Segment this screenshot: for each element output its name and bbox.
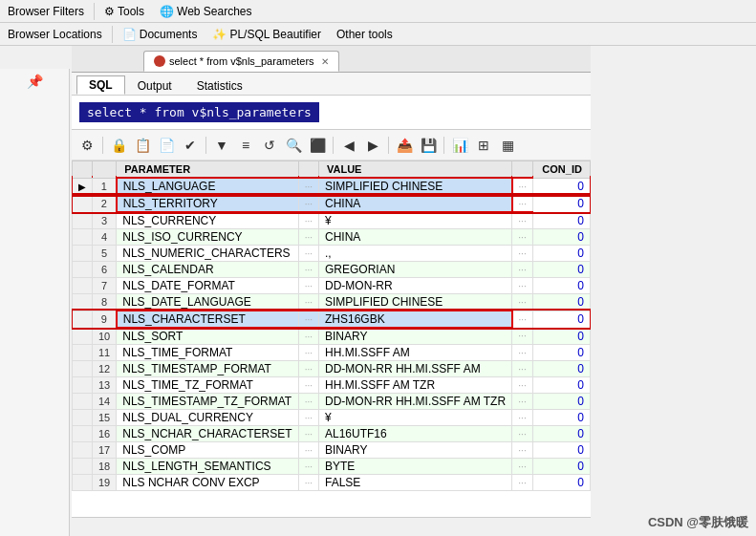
documents-icon: 📄 bbox=[122, 28, 137, 41]
col-value-header[interactable]: VALUE bbox=[318, 161, 511, 179]
value-cell: BINARY bbox=[318, 328, 511, 345]
prev-btn[interactable]: ◀ bbox=[338, 135, 359, 156]
other-tools-label: Other tools bbox=[336, 28, 393, 41]
copy-btn[interactable]: 📋 bbox=[132, 135, 153, 156]
ellipsis-cell: ··· bbox=[298, 195, 318, 212]
plsql-icon: ✨ bbox=[212, 28, 227, 41]
sort-btn[interactable]: ≡ bbox=[235, 135, 256, 156]
web-searches-label: Web Searches bbox=[177, 5, 252, 18]
col-parameter-header[interactable]: PARAMETER bbox=[117, 161, 298, 179]
table-row[interactable]: 7NLS_DATE_FORMAT···DD-MON-RR···0 bbox=[73, 278, 591, 294]
table-row[interactable]: 13NLS_TIME_TZ_FORMAT···HH.MI.SSFF AM TZR… bbox=[73, 377, 591, 394]
tab-output[interactable]: Output bbox=[125, 76, 184, 95]
tab-sql[interactable]: SQL bbox=[76, 75, 125, 95]
table-row[interactable]: 9NLS_CHARACTERSET···ZHS16GBK···0 bbox=[73, 311, 591, 328]
ellipsis-cell: ··· bbox=[298, 262, 318, 278]
ellipsis2-cell: ··· bbox=[512, 394, 533, 410]
row-arrow-cell bbox=[73, 246, 93, 262]
parameter-cell: NLS_TERRITORY bbox=[117, 195, 298, 212]
ellipsis2-cell: ··· bbox=[512, 426, 533, 442]
table-row[interactable]: 8NLS_DATE_LANGUAGE···SIMPLIFIED CHINESE·… bbox=[73, 294, 591, 311]
ellipsis-cell: ··· bbox=[298, 345, 318, 361]
query-tab[interactable]: select * from v$nls_parameters ✕ bbox=[143, 51, 339, 72]
value-cell: BINARY bbox=[318, 442, 511, 459]
table-row[interactable]: 16NLS_NCHAR_CHARACTERSET···AL16UTF16···0 bbox=[73, 426, 591, 442]
table-row[interactable]: 12NLS_TIMESTAMP_FORMAT···DD-MON-RR HH.MI… bbox=[73, 361, 591, 377]
table-row[interactable]: 15NLS_DUAL_CURRENCY···¥···0 bbox=[73, 410, 591, 426]
export-btn[interactable]: 📤 bbox=[394, 135, 415, 156]
filter-btn[interactable]: ⬛ bbox=[307, 135, 328, 156]
check-btn[interactable]: ✔ bbox=[180, 135, 201, 156]
table-row[interactable]: 4NLS_ISO_CURRENCY···CHINA···0 bbox=[73, 229, 591, 246]
tb-sep3 bbox=[333, 137, 334, 154]
ellipsis2-cell: ··· bbox=[512, 361, 533, 377]
refresh-btn[interactable]: ↺ bbox=[259, 135, 280, 156]
table-row[interactable]: 11NLS_TIME_FORMAT···HH.MI.SSFF AM···0 bbox=[73, 345, 591, 361]
con-id-cell: 0 bbox=[532, 328, 590, 345]
menu-browser-filters[interactable]: Browser Filters bbox=[0, 3, 92, 20]
menu-other-tools[interactable]: Other tools bbox=[329, 26, 400, 43]
grid-settings-btn[interactable]: ⚙ bbox=[76, 135, 97, 156]
table-row[interactable]: 19NLS NCHAR CONV EXCP···FALSE···0 bbox=[73, 475, 591, 491]
tab-bar: select * from v$nls_parameters ✕ bbox=[72, 46, 591, 73]
menu-tools[interactable]: ⚙ Tools bbox=[97, 3, 152, 20]
main-area: select * from v$nls_parameters ✕ SQL Out… bbox=[72, 46, 591, 536]
table-btn[interactable]: ▦ bbox=[497, 135, 518, 156]
ellipsis-cell: ··· bbox=[298, 311, 318, 328]
save-btn[interactable]: 💾 bbox=[418, 135, 439, 156]
tab-label: select * from v$nls_parameters bbox=[169, 55, 314, 67]
ellipsis2-cell: ··· bbox=[512, 278, 533, 294]
row-num-cell: 4 bbox=[93, 229, 117, 246]
table-row[interactable]: 5NLS_NUMERIC_CHARACTERS···.,···0 bbox=[73, 246, 591, 262]
table-row[interactable]: 6NLS_CALENDAR···GREGORIAN···0 bbox=[73, 262, 591, 278]
table-row[interactable]: ▶1NLS_LANGUAGE···SIMPLIFIED CHINESE···0 bbox=[73, 178, 591, 195]
lock-btn[interactable]: 🔒 bbox=[108, 135, 129, 156]
row-num-cell: 17 bbox=[93, 442, 117, 459]
con-id-cell: 0 bbox=[532, 459, 590, 475]
find-btn[interactable]: 🔍 bbox=[283, 135, 304, 156]
ellipsis-cell: ··· bbox=[298, 246, 318, 262]
grid-toolbar: ⚙ 🔒 📋 📄 ✔ ▼ ≡ ↺ 🔍 ⬛ ◀ ▶ 📤 💾 📊 ⊞ ▦ bbox=[72, 130, 591, 161]
row-num-cell: 2 bbox=[93, 195, 117, 212]
table-row[interactable]: 17NLS_COMP···BINARY···0 bbox=[73, 442, 591, 459]
table-row[interactable]: 10NLS_SORT···BINARY···0 bbox=[73, 328, 591, 345]
menu-sep1 bbox=[94, 3, 95, 20]
grid-view-btn[interactable]: ⊞ bbox=[473, 135, 494, 156]
sql-editor[interactable]: select * from v$nls_parameters bbox=[72, 96, 591, 130]
push-pin-icon[interactable]: 📌 bbox=[27, 74, 43, 89]
tab-close-button[interactable]: ✕ bbox=[321, 56, 329, 67]
con-id-cell: 0 bbox=[532, 262, 590, 278]
row-arrow-cell bbox=[73, 195, 93, 212]
value-cell: SIMPLIFIED CHINESE bbox=[318, 294, 511, 311]
menu-plsql-beautifier[interactable]: ✨ PL/SQL Beautifier bbox=[205, 26, 329, 43]
parameter-cell: NLS_CURRENCY bbox=[117, 212, 298, 229]
parameter-cell: NLS_COMP bbox=[117, 442, 298, 459]
menu-browser-locations[interactable]: Browser Locations bbox=[0, 26, 110, 43]
table-row[interactable]: 14NLS_TIMESTAMP_TZ_FORMAT···DD-MON-RR HH… bbox=[73, 394, 591, 410]
watermark: CSDN @零肤饿暖 bbox=[648, 514, 748, 531]
tools-label: Tools bbox=[118, 5, 144, 18]
ellipsis-cell: ··· bbox=[298, 229, 318, 246]
col-conid-header[interactable]: CON_ID bbox=[532, 161, 590, 179]
menu-documents[interactable]: 📄 Documents bbox=[115, 26, 205, 43]
results-table: PARAMETER VALUE CON_ID ▶1NLS_LANGUAGE···… bbox=[72, 161, 591, 491]
ellipsis2-cell: ··· bbox=[512, 262, 533, 278]
down-btn[interactable]: ▼ bbox=[211, 135, 232, 156]
table-row[interactable]: 2NLS_TERRITORY···CHINA···0 bbox=[73, 195, 591, 212]
tab-statistics[interactable]: Statistics bbox=[184, 76, 255, 95]
next-btn[interactable]: ▶ bbox=[362, 135, 383, 156]
data-grid[interactable]: PARAMETER VALUE CON_ID ▶1NLS_LANGUAGE···… bbox=[72, 161, 591, 517]
ellipsis2-cell: ··· bbox=[512, 377, 533, 394]
parameter-cell: NLS_NCHAR_CHARACTERSET bbox=[117, 426, 298, 442]
parameter-cell: NLS_CHARACTERSET bbox=[117, 311, 298, 328]
row-num-cell: 11 bbox=[93, 345, 117, 361]
table-row[interactable]: 3NLS_CURRENCY···¥···0 bbox=[73, 212, 591, 229]
chart-btn[interactable]: 📊 bbox=[449, 135, 470, 156]
menu-web-searches[interactable]: 🌐 Web Searches bbox=[152, 3, 260, 20]
paste-btn[interactable]: 📄 bbox=[156, 135, 177, 156]
row-num-cell: 9 bbox=[93, 311, 117, 328]
con-id-cell: 0 bbox=[532, 212, 590, 229]
table-row[interactable]: 18NLS_LENGTH_SEMANTICS···BYTE···0 bbox=[73, 459, 591, 475]
value-cell: CHINA bbox=[318, 229, 511, 246]
ellipsis-cell: ··· bbox=[298, 278, 318, 294]
